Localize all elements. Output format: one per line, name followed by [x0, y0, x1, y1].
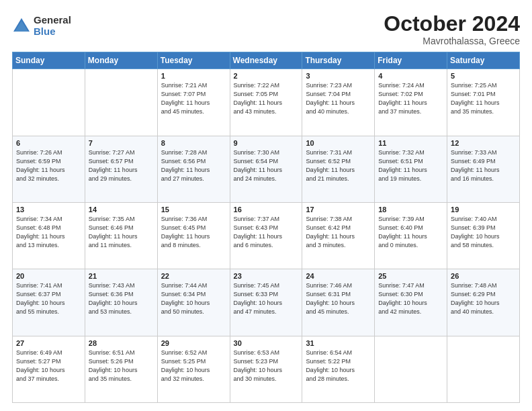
day-info: Sunrise: 7:48 AM Sunset: 6:29 PM Dayligh…: [451, 281, 516, 316]
table-row: 11Sunrise: 7:32 AM Sunset: 6:51 PM Dayli…: [375, 136, 447, 202]
day-number: 22: [161, 272, 226, 280]
day-info: Sunrise: 6:49 AM Sunset: 5:27 PM Dayligh…: [16, 349, 81, 383]
col-tuesday: Tuesday: [157, 52, 230, 69]
day-number: 3: [306, 72, 371, 80]
day-info: Sunrise: 7:26 AM Sunset: 6:59 PM Dayligh…: [16, 148, 81, 183]
day-number: 13: [16, 205, 81, 214]
logo-text: General Blue: [34, 15, 71, 37]
day-info: Sunrise: 7:36 AM Sunset: 6:45 PM Dayligh…: [161, 215, 226, 250]
table-row: 12Sunrise: 7:33 AM Sunset: 6:49 PM Dayli…: [447, 136, 520, 202]
location: Mavrothalassa, Greece: [384, 36, 520, 46]
table-row: 16Sunrise: 7:37 AM Sunset: 6:43 PM Dayli…: [230, 202, 302, 269]
day-info: Sunrise: 6:51 AM Sunset: 5:26 PM Dayligh…: [89, 349, 154, 383]
table-row: 21Sunrise: 7:43 AM Sunset: 6:36 PM Dayli…: [85, 269, 157, 336]
calendar-table: Sunday Monday Tuesday Wednesday Thursday…: [12, 52, 520, 403]
title-block: October 2024 Mavrothalassa, Greece: [384, 12, 520, 46]
day-number: 19: [451, 205, 516, 214]
day-number: 12: [451, 139, 516, 147]
table-row: 22Sunrise: 7:44 AM Sunset: 6:34 PM Dayli…: [157, 269, 230, 336]
table-row: 8Sunrise: 7:28 AM Sunset: 6:56 PM Daylig…: [157, 136, 230, 202]
day-info: Sunrise: 7:47 AM Sunset: 6:30 PM Dayligh…: [378, 281, 443, 316]
day-info: Sunrise: 7:30 AM Sunset: 6:54 PM Dayligh…: [234, 148, 299, 183]
table-row: 15Sunrise: 7:36 AM Sunset: 6:45 PM Dayli…: [157, 202, 230, 269]
day-number: 24: [306, 272, 371, 280]
logo-general: General: [34, 15, 71, 26]
day-info: Sunrise: 7:22 AM Sunset: 7:05 PM Dayligh…: [234, 81, 299, 116]
calendar-week-row: 13Sunrise: 7:34 AM Sunset: 6:48 PM Dayli…: [13, 202, 520, 269]
day-number: 9: [234, 139, 299, 147]
day-info: Sunrise: 7:40 AM Sunset: 6:39 PM Dayligh…: [451, 215, 516, 250]
day-number: 15: [161, 205, 226, 214]
table-row: 24Sunrise: 7:46 AM Sunset: 6:31 PM Dayli…: [302, 269, 375, 336]
calendar-week-row: 1Sunrise: 7:21 AM Sunset: 7:07 PM Daylig…: [13, 69, 520, 136]
day-number: 25: [378, 272, 443, 280]
day-number: 27: [16, 339, 81, 347]
col-saturday: Saturday: [447, 52, 520, 69]
table-row: 13Sunrise: 7:34 AM Sunset: 6:48 PM Dayli…: [13, 202, 85, 269]
calendar-week-row: 6Sunrise: 7:26 AM Sunset: 6:59 PM Daylig…: [13, 136, 520, 202]
table-row: 3Sunrise: 7:23 AM Sunset: 7:04 PM Daylig…: [302, 69, 375, 136]
table-row: 23Sunrise: 7:45 AM Sunset: 6:33 PM Dayli…: [230, 269, 302, 336]
day-number: 4: [378, 72, 443, 80]
day-number: 6: [16, 139, 81, 147]
table-row: 14Sunrise: 7:35 AM Sunset: 6:46 PM Dayli…: [85, 202, 157, 269]
table-row: 6Sunrise: 7:26 AM Sunset: 6:59 PM Daylig…: [13, 136, 85, 202]
table-row: 5Sunrise: 7:25 AM Sunset: 7:01 PM Daylig…: [447, 69, 520, 136]
day-number: 8: [161, 139, 226, 147]
day-number: 23: [234, 272, 299, 280]
day-number: 2: [234, 72, 299, 80]
day-info: Sunrise: 6:52 AM Sunset: 5:25 PM Dayligh…: [161, 349, 226, 383]
day-info: Sunrise: 7:21 AM Sunset: 7:07 PM Dayligh…: [161, 81, 226, 116]
col-friday: Friday: [375, 52, 447, 69]
logo: General Blue: [12, 15, 71, 37]
day-info: Sunrise: 7:31 AM Sunset: 6:52 PM Dayligh…: [306, 148, 371, 183]
logo-icon: [12, 17, 31, 36]
col-wednesday: Wednesday: [230, 52, 302, 69]
day-number: 5: [451, 72, 516, 80]
day-number: 1: [161, 72, 226, 80]
day-number: 10: [306, 139, 371, 147]
table-row: 10Sunrise: 7:31 AM Sunset: 6:52 PM Dayli…: [302, 136, 375, 202]
day-info: Sunrise: 7:37 AM Sunset: 6:43 PM Dayligh…: [234, 215, 299, 250]
table-row: [375, 336, 447, 402]
day-info: Sunrise: 7:43 AM Sunset: 6:36 PM Dayligh…: [89, 281, 154, 316]
table-row: 17Sunrise: 7:38 AM Sunset: 6:42 PM Dayli…: [302, 202, 375, 269]
table-row: 19Sunrise: 7:40 AM Sunset: 6:39 PM Dayli…: [447, 202, 520, 269]
table-row: 9Sunrise: 7:30 AM Sunset: 6:54 PM Daylig…: [230, 136, 302, 202]
table-row: 30Sunrise: 6:53 AM Sunset: 5:23 PM Dayli…: [230, 336, 302, 402]
day-number: 28: [89, 339, 154, 347]
table-row: 20Sunrise: 7:41 AM Sunset: 6:37 PM Dayli…: [13, 269, 85, 336]
month-title: October 2024: [384, 12, 520, 36]
day-info: Sunrise: 7:23 AM Sunset: 7:04 PM Dayligh…: [306, 81, 371, 116]
col-sunday: Sunday: [13, 52, 85, 69]
logo-blue: Blue: [34, 26, 71, 38]
day-number: 18: [378, 205, 443, 214]
day-info: Sunrise: 7:25 AM Sunset: 7:01 PM Dayligh…: [451, 81, 516, 116]
day-number: 26: [451, 272, 516, 280]
day-number: 17: [306, 205, 371, 214]
table-row: 26Sunrise: 7:48 AM Sunset: 6:29 PM Dayli…: [447, 269, 520, 336]
table-row: 28Sunrise: 6:51 AM Sunset: 5:26 PM Dayli…: [85, 336, 157, 402]
table-row: [447, 336, 520, 402]
table-row: 18Sunrise: 7:39 AM Sunset: 6:40 PM Dayli…: [375, 202, 447, 269]
day-info: Sunrise: 7:38 AM Sunset: 6:42 PM Dayligh…: [306, 215, 371, 250]
day-number: 7: [89, 139, 154, 147]
header: General Blue October 2024 Mavrothalassa,…: [12, 12, 520, 46]
calendar-week-row: 27Sunrise: 6:49 AM Sunset: 5:27 PM Dayli…: [13, 336, 520, 402]
table-row: 25Sunrise: 7:47 AM Sunset: 6:30 PM Dayli…: [375, 269, 447, 336]
day-info: Sunrise: 7:44 AM Sunset: 6:34 PM Dayligh…: [161, 281, 226, 316]
table-row: 27Sunrise: 6:49 AM Sunset: 5:27 PM Dayli…: [13, 336, 85, 402]
weekday-header-row: Sunday Monday Tuesday Wednesday Thursday…: [13, 52, 520, 69]
day-number: 30: [234, 339, 299, 347]
table-row: [13, 69, 85, 136]
day-info: Sunrise: 7:24 AM Sunset: 7:02 PM Dayligh…: [378, 81, 443, 116]
day-number: 31: [306, 339, 371, 347]
table-row: 31Sunrise: 6:54 AM Sunset: 5:22 PM Dayli…: [302, 336, 375, 402]
day-info: Sunrise: 7:33 AM Sunset: 6:49 PM Dayligh…: [451, 148, 516, 183]
day-info: Sunrise: 6:53 AM Sunset: 5:23 PM Dayligh…: [234, 349, 299, 383]
day-info: Sunrise: 6:54 AM Sunset: 5:22 PM Dayligh…: [306, 349, 371, 383]
day-number: 20: [16, 272, 81, 280]
day-info: Sunrise: 7:32 AM Sunset: 6:51 PM Dayligh…: [378, 148, 443, 183]
day-number: 14: [89, 205, 154, 214]
table-row: 2Sunrise: 7:22 AM Sunset: 7:05 PM Daylig…: [230, 69, 302, 136]
